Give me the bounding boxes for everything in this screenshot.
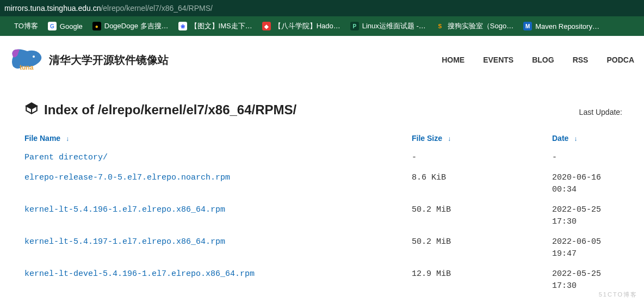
svg-text:tuna: tuna <box>20 64 34 71</box>
file-size: - <box>412 152 552 164</box>
box-icon <box>24 101 39 119</box>
index-path: /elrepo/kernel/el7/x86_64/RPMS/ <box>98 102 297 117</box>
file-link[interactable]: Parent directory/ <box>24 153 108 162</box>
bookmark-favicon-icon: P <box>350 22 359 30</box>
content-area: Index of /elrepo/kernel/el7/x86_64/RPMS/… <box>0 79 644 302</box>
file-size: 50.2 MiB <box>412 236 552 261</box>
file-date: - <box>552 152 622 164</box>
table-row: kernel-lt-5.4.197-1.el7.elrepo.x86_64.rp… <box>24 232 622 264</box>
file-link[interactable]: kernel-lt-5.4.196-1.el7.elrepo.x86_64.rp… <box>24 205 225 214</box>
bookmark-item[interactable]: TO博客 <box>2 21 38 31</box>
bookmark-favicon-icon: ❀ <box>178 22 187 30</box>
nav-link[interactable]: HOME <box>442 56 465 64</box>
file-size: 50.2 MiB <box>412 204 552 229</box>
table-row: elrepo-release-7.0-5.el7.elrepo.noarch.r… <box>24 168 622 200</box>
bookmark-item[interactable]: PLinux运维面试题 -… <box>350 21 426 31</box>
bookmark-label: 【八斗学院】Hado… <box>274 21 340 31</box>
column-header-filename[interactable]: File Name ↓ <box>24 134 412 143</box>
svg-point-0 <box>33 56 35 58</box>
table-header: File Name ↓ File Size ↓ Date ↓ <box>24 131 622 148</box>
bookmark-favicon-icon <box>2 22 11 30</box>
bookmark-favicon-icon: M <box>523 22 532 30</box>
bookmark-item[interactable]: GGoogle <box>48 22 83 30</box>
bookmark-favicon-icon: G <box>48 22 57 30</box>
site-header: tuna 清华大学开源软件镜像站 HOMEEVENTSBLOGRSSPODCA <box>0 36 644 79</box>
bookmark-item[interactable]: ◆【八斗学院】Hado… <box>262 21 340 31</box>
nav-link[interactable]: RSS <box>573 56 589 64</box>
file-table: File Name ↓ File Size ↓ Date ↓ Parent di… <box>24 131 622 302</box>
tuna-logo-icon: tuna <box>10 47 44 73</box>
column-header-filesize[interactable]: File Size ↓ <box>412 134 552 143</box>
bookmark-label: Maven Repository… <box>535 22 599 30</box>
file-date: 2022-05-25 17:30 <box>552 268 622 293</box>
nav-link[interactable]: EVENTS <box>483 56 513 64</box>
file-date: 2022-05-25 17:30 <box>552 204 622 229</box>
bookmarks-bar: TO博客GGoogle●DogeDoge 多吉搜…❀【图文】IMS走下…◆【八斗… <box>0 16 644 36</box>
bookmark-label: DogeDoge 多吉搜… <box>104 21 169 31</box>
file-date: 2022-06-05 19:47 <box>552 236 622 261</box>
url-host: mirrors.tuna.tsinghua.edu.cn <box>4 4 101 13</box>
bookmark-favicon-icon: ◆ <box>262 22 271 30</box>
sort-arrow-icon: ↓ <box>574 135 577 143</box>
nav-link[interactable]: PODCA <box>606 56 634 64</box>
column-header-date[interactable]: Date ↓ <box>552 134 622 143</box>
file-date: 2020-06-16 00:34 <box>552 172 622 196</box>
sort-arrow-icon: ↓ <box>448 135 451 143</box>
table-row: kernel-lt-5.4.196-1.el7.elrepo.x86_64.rp… <box>24 200 622 232</box>
bookmark-favicon-icon: S <box>436 22 444 30</box>
sort-arrow-icon: ↓ <box>66 135 69 143</box>
bookmark-label: Google <box>60 22 83 30</box>
bookmark-item[interactable]: S搜狗实验室（Sogo… <box>436 21 513 31</box>
file-link[interactable]: kernel-lt-devel-5.4.196-1.el7.elrepo.x86… <box>24 269 255 279</box>
bookmark-label: TO博客 <box>14 21 38 31</box>
file-link[interactable]: elrepo-release-7.0-5.el7.elrepo.noarch.r… <box>24 173 230 182</box>
bookmark-item[interactable]: ❀【图文】IMS走下… <box>178 21 252 31</box>
table-row: Parent directory/-- <box>24 148 622 168</box>
table-row: kernel-lt-devel-5.4.197-1.el7.elrepo.x86… <box>24 297 622 303</box>
bookmark-favicon-icon: ● <box>92 22 101 30</box>
site-title: 清华大学开源软件镜像站 <box>49 53 169 67</box>
file-link[interactable]: kernel-lt-5.4.197-1.el7.elrepo.x86_64.rp… <box>24 237 225 246</box>
nav-link[interactable]: BLOG <box>532 56 554 64</box>
bookmark-item[interactable]: MMaven Repository… <box>523 22 599 30</box>
site-nav: HOMEEVENTSBLOGRSSPODCA <box>442 56 634 64</box>
url-path: /elrepo/kernel/el7/x86_64/RPMS/ <box>101 4 212 13</box>
bookmark-label: 【图文】IMS走下… <box>190 21 252 31</box>
file-date: 2022-06-05 19:47 <box>552 300 622 303</box>
watermark: 51CTO博客 <box>599 291 637 299</box>
bookmark-item[interactable]: ●DogeDoge 多吉搜… <box>92 21 169 31</box>
file-size: 12.9 MiB <box>412 300 552 303</box>
file-size: 8.6 KiB <box>412 172 552 196</box>
bookmark-label: 搜狗实验室（Sogo… <box>448 21 513 31</box>
table-row: kernel-lt-devel-5.4.196-1.el7.elrepo.x86… <box>24 264 622 297</box>
index-prefix: Index of <box>44 102 94 117</box>
address-bar[interactable]: mirrors.tuna.tsinghua.edu.cn/elrepo/kern… <box>0 0 644 16</box>
file-size: 12.9 MiB <box>412 268 552 293</box>
bookmark-label: Linux运维面试题 -… <box>362 21 426 31</box>
site-brand[interactable]: tuna 清华大学开源软件镜像站 <box>10 47 169 73</box>
